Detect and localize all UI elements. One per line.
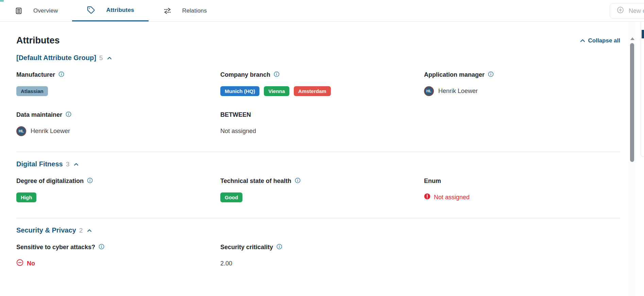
value-tag[interactable]: Atlassian (16, 86, 48, 96)
exclamation-circle-icon (424, 193, 430, 201)
field-label-row: Company branch (220, 71, 424, 78)
fields-grid: Degree of digitalizationHighTechnical st… (16, 178, 620, 202)
error-text: Not assigned (434, 194, 470, 201)
tab-relations[interactable]: Relations (149, 0, 221, 21)
person-name: Henrik Loewer (438, 88, 478, 95)
person-value[interactable]: HLHenrik Loewer (16, 126, 70, 136)
chevron-up-icon (580, 37, 585, 44)
field-value: HLHenrik Loewer (424, 86, 620, 96)
field-label-row: BETWEEN (220, 111, 424, 118)
info-icon[interactable] (66, 111, 71, 118)
document-icon (15, 7, 22, 15)
info-icon[interactable] (87, 178, 93, 185)
value-tag[interactable]: High (16, 192, 36, 202)
info-icon[interactable] (99, 244, 104, 251)
field-label: Degree of digitalization (16, 178, 84, 185)
fields-grid: ManufacturerAtlassianCompany branchMunic… (16, 71, 620, 136)
info-icon[interactable] (274, 71, 279, 78)
attribute-field: Degree of digitalizationHigh (16, 178, 220, 202)
fields-grid: Sensitive to cyber attacks?NoSecurity cr… (16, 244, 620, 269)
plus-circle-icon (617, 6, 624, 15)
tab-attributes-label: Attributes (106, 7, 134, 14)
attribute-group: Security & Privacy2Sensitive to cyber at… (16, 226, 620, 269)
attribute-group-header[interactable]: Security & Privacy2 (16, 226, 620, 234)
attribute-field: Sensitive to cyber attacks?No (16, 244, 220, 269)
avatar: HL (424, 86, 434, 96)
field-label-row: Application manager (424, 71, 620, 78)
chevron-up-icon (72, 161, 79, 167)
plain-value[interactable]: Not assigned (220, 128, 256, 135)
field-label-row: Technical state of health (220, 178, 424, 185)
field-value: No (16, 258, 220, 269)
attribute-group: Digital Fitness3Degree of digitalization… (16, 160, 620, 202)
new-entry-label: New el (629, 7, 644, 15)
field-label: Application manager (424, 71, 485, 78)
info-icon[interactable] (58, 71, 64, 78)
field-label: Security criticality (220, 244, 273, 251)
right-panel-edge (641, 22, 644, 157)
attribute-field: Technical state of healthGood (220, 178, 424, 202)
attribute-field: Application managerHLHenrik Loewer (424, 71, 620, 96)
tab-overview[interactable]: Overview (0, 0, 72, 21)
group-name: [Default Attribute Group] (16, 54, 96, 62)
field-value: High (16, 192, 220, 202)
section-divider (16, 218, 620, 218)
attributes-panel: Attributes Collapse all [Default Attribu… (16, 22, 620, 269)
section-divider (16, 152, 620, 152)
value-tag[interactable]: Amsterdam (294, 86, 331, 96)
tab-attributes[interactable]: Attributes (72, 0, 148, 21)
avatar: HL (16, 126, 26, 136)
person-value[interactable]: HLHenrik Loewer (424, 86, 478, 96)
field-value: Not assigned (424, 192, 620, 202)
tab-relations-label: Relations (182, 7, 207, 14)
field-label-row: Sensitive to cyber attacks? (16, 244, 220, 251)
value-tag[interactable]: Good (220, 192, 242, 202)
info-icon[interactable] (276, 244, 282, 251)
chevron-up-icon (106, 55, 112, 61)
tag-icon (87, 6, 95, 14)
attribute-field: ManufacturerAtlassian (16, 71, 220, 96)
info-icon[interactable] (295, 178, 301, 185)
attribute-group: [Default Attribute Group]5ManufacturerAt… (16, 54, 620, 136)
attribute-field: Data maintainerHLHenrik Loewer (16, 111, 220, 136)
field-label: Enum (424, 178, 441, 185)
plain-value[interactable]: 2.00 (220, 260, 232, 267)
group-count-badge: 2 (79, 227, 83, 234)
field-label-row: Degree of digitalization (16, 178, 220, 185)
not-assigned-error[interactable]: Not assigned (424, 193, 470, 201)
person-name: Henrik Loewer (31, 128, 70, 135)
field-label: BETWEEN (220, 111, 251, 118)
collapse-all-button[interactable]: Collapse all (580, 37, 620, 44)
field-label: Sensitive to cyber attacks? (16, 244, 95, 251)
field-label-row: Data maintainer (16, 111, 220, 118)
page-title: Attributes (16, 35, 60, 46)
minus-circle-icon (16, 259, 23, 268)
attribute-group-header[interactable]: Digital Fitness3 (16, 160, 620, 168)
value-tag[interactable]: Vienna (264, 86, 289, 96)
tab-overview-label: Overview (33, 7, 58, 14)
field-label: Technical state of health (220, 178, 291, 185)
group-count-badge: 3 (66, 161, 70, 168)
field-label-row: Security criticality (220, 244, 424, 251)
vertical-scrollbar[interactable] (629, 22, 636, 296)
scroll-up-arrow-icon[interactable] (630, 37, 634, 40)
scrollbar-thumb[interactable] (630, 43, 634, 162)
group-name: Security & Privacy (16, 226, 76, 234)
value-tag[interactable]: Munich (HQ) (220, 86, 259, 96)
field-label-row: Manufacturer (16, 71, 220, 78)
field-label-row: Enum (424, 178, 620, 185)
field-value: Atlassian (16, 86, 220, 96)
attribute-field: BETWEENNot assigned (220, 111, 424, 136)
attribute-field: EnumNot assigned (424, 178, 620, 202)
new-entry-button[interactable]: New el (610, 3, 644, 19)
field-value: 2.00 (220, 258, 424, 269)
denied-value[interactable]: No (16, 259, 35, 268)
teal-accent-bar (0, 0, 4, 2)
group-count-badge: 5 (99, 54, 103, 62)
field-value: Not assigned (220, 126, 424, 136)
attribute-group-header[interactable]: [Default Attribute Group]5 (16, 54, 620, 62)
info-icon[interactable] (488, 71, 494, 78)
field-label: Data maintainer (16, 111, 62, 118)
right-panel-edge-accent (642, 30, 644, 38)
attribute-field: Security criticality2.00 (220, 244, 424, 269)
